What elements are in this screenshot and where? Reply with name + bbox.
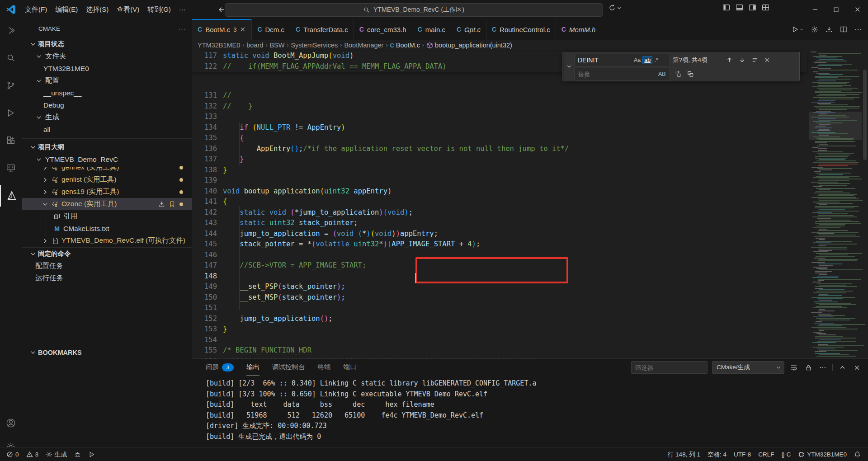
code-line-132[interactable]: // } [223,101,252,112]
bookmarks-section[interactable]: BOOKMARKS [22,346,192,358]
code-area[interactable]: 131//132// }133134 if (NULL_PTR != AppEn… [192,51,807,358]
tree-item-YTMEVB_Demo_RevC[interactable]: YTMEVB_Demo_RevC [22,153,192,165]
tree-item-Debug[interactable]: Debug [22,99,192,111]
toggle-panel-icon[interactable] [736,4,743,11]
cmake-debug-button[interactable] [71,449,85,460]
encoding[interactable]: UTF-8 [730,449,755,460]
tab-core_cm33.h[interactable]: Ccore_cm33.h [354,19,412,40]
whole-word-toggle[interactable]: ab [642,56,652,64]
lock-scroll-icon[interactable] [803,362,813,372]
code-line-134[interactable]: if (NULL_PTR != AppEntry) [223,122,345,133]
notifications-bell[interactable] [850,449,864,460]
tree-item-引用[interactable]: 引用 [22,210,192,222]
remote-explorer-icon[interactable] [0,157,22,179]
tree-item-生成[interactable]: 生成 [22,111,192,123]
pinned-command-配置任务[interactable]: 配置任务 [22,260,192,272]
close-window-button[interactable] [847,0,868,19]
panel-tab-端口[interactable]: 端口 [344,359,357,376]
close-tab-icon[interactable] [240,26,246,33]
find-input-box[interactable]: Aa ab .* [574,54,670,66]
toggle-replace-chevron[interactable] [564,52,574,81]
extensions-icon[interactable] [0,130,22,151]
tree-item-__unspec__[interactable]: __unspec__ [22,87,192,99]
code-line-131[interactable]: // [223,90,231,101]
code-line-149[interactable]: __set_PSP(stack_pointer); [223,282,345,292]
editor-scrollbar[interactable] [862,51,868,358]
tab-Dcm.c[interactable]: CDcm.c [252,19,290,40]
code-line-147[interactable]: //SCB->VTOR = APP_IMAGE_START; [223,260,366,271]
replace-input[interactable] [575,71,632,78]
panel-tab-调试控制台[interactable]: 调试控制台 [272,359,305,376]
cmake-launch-button[interactable] [85,449,99,460]
breadcrumb-item-YTM32B1ME0[interactable]: YTM32B1ME0 [198,42,240,49]
replace-all-icon[interactable] [685,69,695,79]
panel-close-icon[interactable] [852,362,862,372]
panel-tab-输出[interactable]: 输出 [246,359,259,376]
previous-match-icon[interactable] [724,55,734,65]
breadcrumb-item-BootManager[interactable]: BootManager [344,42,383,49]
next-match-icon[interactable] [737,55,747,65]
breadcrumb-item-bootup_application-uint32-[interactable]: bootup_application(uint32) [426,42,512,49]
cmake-kit[interactable]: YTM32B1ME0 [794,449,850,460]
code-line-150[interactable]: __set_MSP(stack_pointer); [223,292,345,303]
tree-item-配置[interactable]: 配置 [22,75,192,87]
menu-S[interactable]: 选择(S) [82,3,113,16]
code-line-140[interactable]: void bootup_application(uint32 appEntry) [223,186,392,197]
breadcrumb-item-SystemServices[interactable]: SystemServices [291,42,338,49]
tab-BootM.c[interactable]: CBootM.c3 [192,19,252,40]
breadcrumb-item-BootM.c[interactable]: CBootM.c [390,42,420,49]
minimap[interactable] [809,51,862,358]
word-wrap-icon[interactable] [789,362,799,372]
explorer-icon[interactable] [0,19,22,41]
settings-gear-icon[interactable] [811,26,818,33]
menu-F[interactable]: 文件(F) [21,3,51,16]
bookmark-icon[interactable] [169,201,175,207]
split-editor-icon[interactable] [840,26,847,33]
tree-item-gens19-实用工具-[interactable]: gens19 (实用工具) [22,186,192,198]
code-line-136[interactable]: AppEntry();/*if the application reset ve… [223,144,569,155]
errors-indicator[interactable]: 0 [3,449,23,460]
pinned-command-运行任务[interactable]: 运行任务 [22,272,192,284]
menu-G[interactable]: 转到(G) [143,3,175,16]
code-line-143[interactable]: static uint32 stack_pointer; [223,218,358,229]
tree-item-genlist-实用工具-[interactable]: genlist (实用工具) [22,174,192,186]
tab-main.c[interactable]: Cmain.c [412,19,451,40]
code-line-137[interactable]: } [223,154,244,165]
search-icon[interactable] [0,47,22,69]
minimize-button[interactable] [804,0,826,19]
code-line-144[interactable]: jump_to_application = (void (*)(void))ap… [223,229,438,240]
tree-item-文件夹[interactable]: 文件夹 [22,50,192,62]
find-input[interactable] [575,56,632,64]
warnings-indicator[interactable]: 3 [23,449,42,460]
cmake-icon[interactable] [0,185,23,207]
match-case-toggle[interactable]: Aa [632,56,642,64]
panel-tab-问题[interactable]: 问题3 [206,359,234,376]
indentation[interactable]: 空格: 4 [704,449,730,460]
refresh-button[interactable] [609,4,622,11]
replace-input-box[interactable]: AB [574,68,670,80]
code-line-142[interactable]: static void (*jump_to_application)(void)… [223,207,413,218]
menu-V[interactable]: 查看(V) [113,3,143,16]
regex-toggle[interactable]: .* [652,56,660,64]
code-line-138[interactable]: } [223,165,227,176]
run-debug-icon[interactable] [0,102,22,124]
run-menu-button[interactable] [792,26,804,33]
tab-RoutineControl.c[interactable]: CRoutineControl.c [486,19,556,40]
tree-item-YTMEVB_Demo_RevC.elf-可执行文件-[interactable]: YTMEVB_Demo_RevC.elf (可执行文件) [22,235,192,247]
tree-item-Ozone-实用工具-[interactable]: Ozone (实用工具) [22,198,192,210]
toggle-secondary-sidebar-icon[interactable] [749,4,756,11]
code-line-117[interactable]: static void BootM_AppJump(void) [223,51,354,61]
menu-more[interactable]: ··· [175,3,190,16]
language-mode[interactable]: {}C [778,449,794,460]
find-in-selection-icon[interactable] [750,55,760,65]
code-line-155[interactable]: /* BEGIN_FUNCTION_HDR [223,345,311,356]
close-find-icon[interactable] [762,55,772,65]
tab-Gpt.c[interactable]: CGpt.c [451,19,486,40]
source-control-icon[interactable] [0,75,22,96]
sidebar-more-actions[interactable]: ··· [179,25,186,32]
section-header-项目大纲[interactable]: 项目大纲 [22,141,192,153]
customize-layout-icon[interactable] [762,4,769,11]
tree-item-CMakeLists.txt[interactable]: MCMakeLists.txt [22,222,192,235]
tree-item-all[interactable]: all [22,123,192,136]
breadcrumb[interactable]: YTM32B1ME0›board›BSW›SystemServices›Boot… [198,40,512,51]
